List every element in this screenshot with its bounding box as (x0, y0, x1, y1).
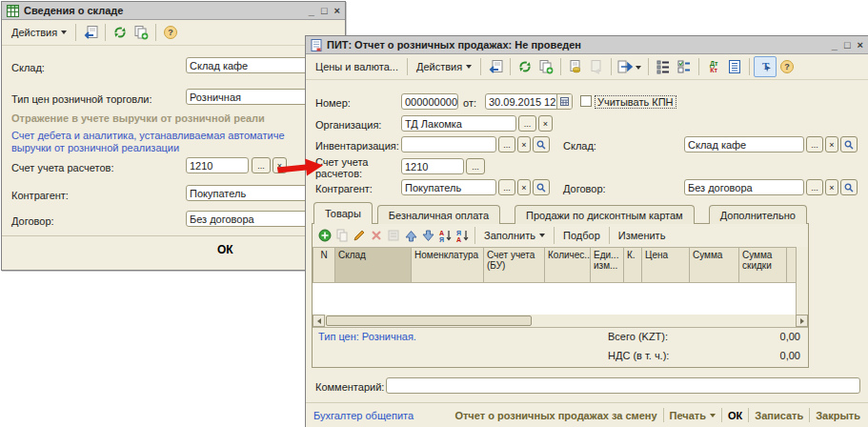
actions-menu-button[interactable]: Действия (7, 25, 71, 40)
grid-empty-body[interactable] (313, 283, 796, 315)
help-icon[interactable]: ? (160, 23, 181, 42)
column-header-sum[interactable]: Сумма (690, 247, 739, 283)
save-and-close-icon[interactable] (80, 23, 101, 42)
row-structure-icon[interactable] (653, 57, 674, 76)
tab-goods[interactable]: Товары (313, 202, 373, 224)
number-input[interactable]: 000000000 (401, 93, 458, 110)
column-header-k[interactable]: К. (624, 247, 642, 283)
hint-text-line1: Счет дебета и аналитика, устанавливаемая… (11, 130, 285, 141)
price-type-link[interactable]: Тип цен: Розничная. (318, 331, 416, 342)
grid-header-row: N Склад Номенклатура Счет учета(БУ) Коли… (313, 247, 796, 283)
refresh-icon[interactable] (110, 23, 131, 42)
description-pointer-icon[interactable]: T (754, 56, 777, 77)
report-account-input[interactable]: 1210 (401, 158, 464, 174)
inventory-clear-button[interactable]: × (517, 136, 531, 152)
close-button[interactable]: × (858, 40, 863, 51)
account-choose-button[interactable]: ... (252, 157, 271, 173)
date-input[interactable]: 30.09.2015 12:27 (485, 93, 573, 110)
dropdown-caret-icon (466, 65, 472, 69)
maximize-button[interactable]: □ (321, 6, 328, 16)
copy-icon[interactable] (535, 57, 556, 76)
minimize-button[interactable]: _ (832, 40, 838, 51)
ok-button[interactable]: ОК (217, 243, 233, 256)
move-down-icon[interactable] (419, 227, 436, 244)
close-button[interactable]: Закрыть (816, 410, 860, 421)
pick-button[interactable]: Подбор (558, 228, 605, 243)
copy-row-icon[interactable] (333, 227, 351, 244)
tab-additional[interactable]: Дополнительно (709, 205, 807, 224)
responsible-link[interactable]: Бухгалтер общепита (313, 410, 414, 421)
save-button[interactable]: Записать (755, 410, 803, 421)
column-header-price[interactable]: Цена (642, 247, 690, 283)
window-controls: _ □ × (832, 40, 863, 51)
fill-menu-button[interactable]: Заполнить (479, 228, 550, 243)
report-warehouse-input[interactable]: Склад кафе (684, 136, 804, 152)
organization-choose-button[interactable]: ... (518, 115, 536, 132)
refresh-icon[interactable] (515, 57, 535, 76)
help-icon[interactable]: ? (777, 57, 797, 76)
minimize-button[interactable]: _ (309, 6, 314, 16)
report-contractor-input[interactable]: Покупатель (401, 179, 496, 195)
inventory-choose-button[interactable]: ... (498, 136, 515, 152)
kpn-checkbox-label[interactable]: Учитывать КПН (595, 96, 676, 108)
report-window-titlebar[interactable]: ПИТ: Отчет о розничных продажах: Не пров… (306, 36, 868, 54)
contractor-choose-button[interactable]: ... (498, 179, 515, 195)
kpn-checkbox[interactable] (580, 95, 592, 107)
dt-kt-icon[interactable]: Дт Кт (703, 57, 724, 76)
report-contract-input[interactable]: Без договора (684, 179, 804, 195)
save-and-close-icon[interactable] (485, 57, 506, 76)
ok-button[interactable]: ОК (728, 410, 742, 421)
shift-report-button[interactable]: Отчет о розничных продажах за смену (454, 410, 656, 421)
copy-icon[interactable] (131, 23, 151, 42)
scroll-left-button[interactable] (313, 315, 325, 327)
tab-cashless-payment[interactable]: Безналичная оплата (377, 205, 500, 224)
contract-open-button[interactable] (840, 179, 858, 195)
unpost-document-icon[interactable] (586, 57, 607, 76)
comment-input[interactable] (386, 377, 860, 394)
contract-choose-button[interactable]: ... (806, 179, 823, 195)
add-row-icon[interactable] (316, 227, 333, 244)
edit-row-icon[interactable] (351, 227, 368, 244)
organization-clear-button[interactable]: × (538, 115, 553, 132)
report-account-choose-button[interactable]: ... (466, 158, 485, 174)
column-header-account[interactable]: Счет учета(БУ) (484, 247, 545, 283)
warehouse-open-button[interactable] (840, 136, 858, 152)
output-icon[interactable] (616, 57, 644, 76)
move-up-icon[interactable] (402, 227, 419, 244)
close-button[interactable]: × (334, 6, 340, 16)
inventory-input[interactable] (401, 136, 496, 152)
warehouse-choose-button[interactable]: ... (806, 136, 823, 152)
journal-icon[interactable] (724, 57, 745, 76)
warehouse-window-titlebar[interactable]: Сведения о складе _ □ × (2, 2, 345, 20)
settlement-account-input[interactable]: 1210 (186, 157, 249, 173)
checkbox-list-icon[interactable] (674, 57, 695, 76)
warehouse-clear-button[interactable]: × (825, 136, 838, 152)
maximize-button[interactable]: □ (844, 40, 851, 51)
post-document-icon[interactable] (565, 57, 586, 76)
contractor-open-button[interactable] (533, 179, 550, 195)
contractor-clear-button[interactable]: × (517, 179, 531, 195)
column-header-sklad[interactable]: Склад (335, 247, 412, 283)
horizontal-scrollbar[interactable] (313, 315, 808, 328)
print-menu-button[interactable]: Печать (670, 410, 716, 421)
change-button[interactable]: Изменить (614, 228, 671, 243)
scroll-right-button[interactable] (796, 315, 808, 327)
actions-menu-button[interactable]: Действия (412, 59, 476, 74)
column-header-nomenklatura[interactable]: Номенклатура (412, 247, 484, 283)
prices-currency-button[interactable]: Цены и валюта... (311, 59, 403, 74)
sort-ascending-icon[interactable]: АЯ (436, 227, 454, 244)
move-to-end-icon[interactable] (385, 227, 402, 244)
scrollbar-thumb[interactable] (326, 315, 532, 326)
vertical-scrollbar[interactable] (796, 247, 808, 315)
column-header-discount-sum[interactable]: Суммаскидки (739, 247, 787, 283)
calendar-icon[interactable] (556, 94, 572, 109)
column-header-quantity[interactable]: Количес... (545, 247, 591, 283)
sort-descending-icon[interactable]: ЯА (454, 227, 471, 244)
contract-clear-button[interactable]: × (825, 179, 838, 195)
column-header-unit[interactable]: Еди...изм... (591, 247, 624, 283)
organization-input[interactable]: ТД Лакомка (401, 115, 516, 132)
column-header-n[interactable]: N (313, 247, 335, 283)
tab-discount-card-sales[interactable]: Продажи по дисконтным картам (515, 205, 695, 224)
inventory-open-button[interactable] (533, 136, 550, 152)
delete-row-icon[interactable] (368, 227, 385, 244)
